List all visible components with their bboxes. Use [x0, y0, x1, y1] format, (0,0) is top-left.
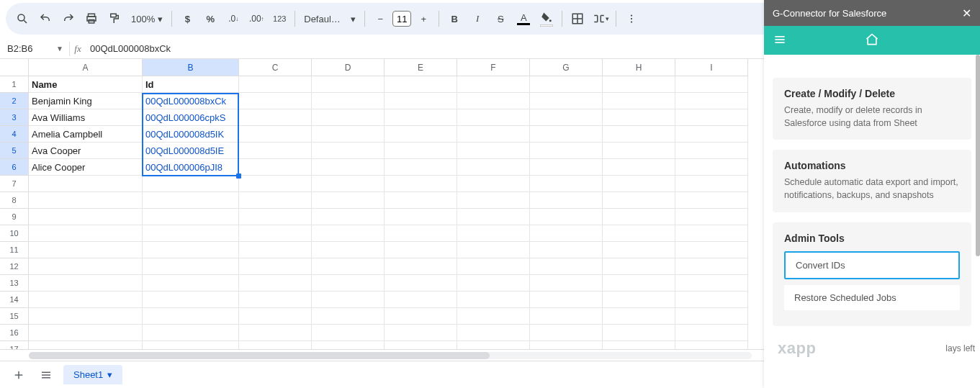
print-button[interactable]	[81, 8, 102, 30]
cell[interactable]	[603, 93, 675, 109]
row-header[interactable]: 11	[0, 242, 29, 258]
cell[interactable]	[312, 275, 385, 292]
col-header-H[interactable]: H	[603, 59, 675, 76]
sheet-tab-sheet1[interactable]: Sheet1 ▾	[63, 365, 122, 384]
cell[interactable]	[143, 192, 239, 209]
cell[interactable]	[143, 209, 239, 225]
cell[interactable]	[603, 292, 675, 308]
cell[interactable]	[675, 143, 748, 159]
cell[interactable]	[239, 93, 312, 109]
cell[interactable]	[530, 325, 603, 341]
cell[interactable]	[457, 93, 530, 109]
row-header[interactable]: 5	[0, 143, 29, 159]
cell[interactable]	[457, 192, 530, 209]
row-header[interactable]: 7	[0, 176, 29, 192]
cell[interactable]	[603, 209, 675, 225]
cell[interactable]	[675, 159, 748, 176]
cell[interactable]	[312, 225, 385, 242]
cell[interactable]	[457, 325, 530, 341]
cell[interactable]	[312, 109, 385, 126]
home-icon[interactable]	[865, 32, 879, 49]
sidebar-scrollbar[interactable]	[974, 55, 980, 388]
cell[interactable]	[457, 143, 530, 159]
cell[interactable]	[530, 143, 603, 159]
cell[interactable]	[312, 192, 385, 209]
cell[interactable]	[239, 192, 312, 209]
cell[interactable]: 00QdL000006pJI8	[143, 159, 239, 176]
cell[interactable]	[675, 275, 748, 292]
row-header[interactable]: 8	[0, 192, 29, 209]
redo-button[interactable]	[58, 8, 79, 30]
cell[interactable]	[530, 209, 603, 225]
cell[interactable]	[385, 93, 457, 109]
sidebar-scrollbar-thumb[interactable]	[976, 55, 980, 256]
horizontal-scrollbar[interactable]	[29, 352, 752, 359]
search-icon[interactable]	[12, 8, 33, 30]
bold-button[interactable]: B	[444, 8, 465, 30]
cell[interactable]	[675, 76, 748, 93]
col-header-D[interactable]: D	[312, 59, 385, 76]
increase-font-button[interactable]: +	[413, 8, 434, 30]
cell[interactable]	[675, 325, 748, 341]
cell[interactable]	[530, 308, 603, 325]
cell[interactable]	[675, 93, 748, 109]
cell[interactable]	[530, 292, 603, 308]
cell[interactable]	[603, 275, 675, 292]
cell[interactable]	[312, 341, 385, 349]
merge-button[interactable]: ▾	[590, 8, 611, 30]
cell[interactable]	[239, 109, 312, 126]
row-header[interactable]: 9	[0, 209, 29, 225]
currency-button[interactable]: $	[176, 8, 198, 30]
cell[interactable]	[530, 76, 603, 93]
cell[interactable]	[29, 258, 143, 275]
cell[interactable]: Id	[143, 76, 239, 93]
selection-handle[interactable]	[236, 173, 241, 179]
cell[interactable]	[457, 275, 530, 292]
cell[interactable]	[675, 292, 748, 308]
select-all-cell[interactable]	[0, 59, 29, 76]
card-automations[interactable]: Automations Schedule automatic data expo…	[773, 150, 971, 212]
cell[interactable]	[312, 76, 385, 93]
cell[interactable]: 00QdL000008d5IE	[143, 143, 239, 159]
cell[interactable]: Name	[29, 76, 143, 93]
cell[interactable]	[457, 341, 530, 349]
cell[interactable]: Benjamin King	[29, 93, 143, 109]
cell[interactable]	[143, 176, 239, 192]
borders-button[interactable]	[567, 8, 588, 30]
admin-restore-jobs[interactable]: Restore Scheduled Jobs	[784, 285, 960, 310]
cell[interactable]	[312, 258, 385, 275]
cell[interactable]	[29, 308, 143, 325]
cell[interactable]	[530, 225, 603, 242]
row-header[interactable]: 1	[0, 76, 29, 93]
cell[interactable]	[603, 192, 675, 209]
close-icon[interactable]: ✕	[962, 6, 971, 20]
cell[interactable]	[675, 308, 748, 325]
cell[interactable]	[457, 76, 530, 93]
cell[interactable]	[675, 176, 748, 192]
cell[interactable]: 00QdL000008bxCk	[143, 93, 239, 109]
cell[interactable]	[29, 209, 143, 225]
cell[interactable]	[457, 176, 530, 192]
col-header-E[interactable]: E	[385, 59, 457, 76]
hamburger-icon[interactable]	[773, 32, 787, 49]
cell[interactable]	[385, 76, 457, 93]
more-button[interactable]	[621, 8, 642, 30]
cell[interactable]	[530, 242, 603, 258]
cell[interactable]	[603, 143, 675, 159]
cell[interactable]	[457, 258, 530, 275]
cell[interactable]	[603, 325, 675, 341]
horizontal-scrollbar-thumb[interactable]	[29, 352, 490, 359]
fill-color-button[interactable]	[536, 8, 557, 30]
cell[interactable]	[385, 192, 457, 209]
cell[interactable]	[457, 126, 530, 143]
cell[interactable]	[239, 126, 312, 143]
cell[interactable]	[239, 209, 312, 225]
cell[interactable]	[385, 126, 457, 143]
cell[interactable]	[239, 76, 312, 93]
row-header[interactable]: 12	[0, 258, 29, 275]
cell[interactable]	[312, 126, 385, 143]
cell[interactable]	[675, 126, 748, 143]
row-header[interactable]: 2	[0, 93, 29, 109]
undo-button[interactable]	[35, 8, 56, 30]
percent-button[interactable]: %	[199, 8, 221, 30]
